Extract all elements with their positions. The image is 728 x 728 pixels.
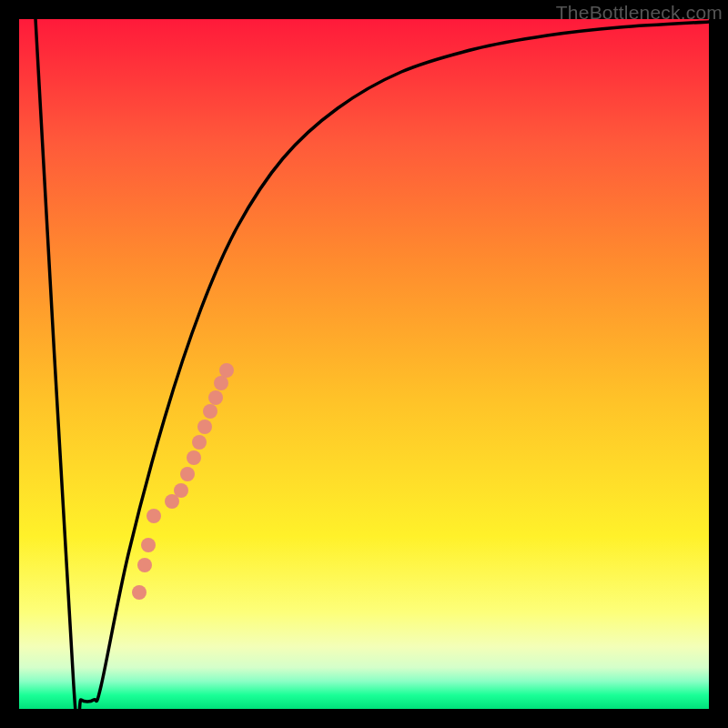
marker-dot bbox=[180, 467, 195, 481]
marker-dot bbox=[174, 483, 188, 498]
marker-dot bbox=[197, 420, 212, 434]
marker-dot bbox=[187, 450, 201, 465]
marker-dot bbox=[147, 509, 161, 523]
marker-dot bbox=[208, 390, 223, 405]
plot-area bbox=[19, 19, 709, 709]
marker-dot bbox=[219, 363, 234, 378]
marker-dot bbox=[203, 404, 217, 419]
watermark-label: TheBottleneck.com bbox=[556, 2, 723, 24]
chart-frame: TheBottleneck.com bbox=[0, 0, 728, 728]
main-curve bbox=[35, 19, 709, 709]
marker-dot bbox=[132, 585, 147, 600]
marker-dot bbox=[137, 558, 152, 572]
chart-svg bbox=[19, 19, 709, 709]
marker-dot bbox=[214, 376, 228, 390]
marker-dot bbox=[192, 435, 207, 450]
marker-dot bbox=[141, 538, 156, 552]
